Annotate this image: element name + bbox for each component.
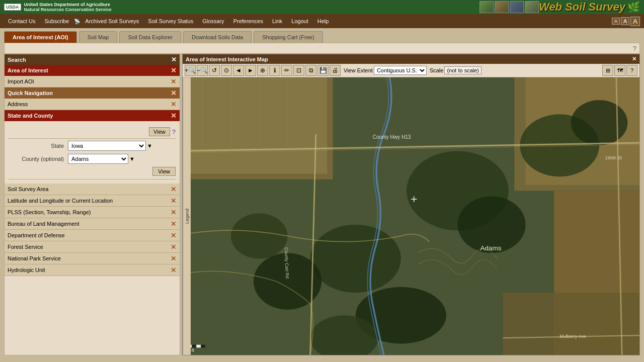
dod-close-icon[interactable]: ✕ [171, 231, 177, 239]
search-close-icon[interactable]: ✕ [171, 56, 177, 63]
thumb4 [525, 1, 539, 13]
view-button-bottom[interactable]: View [152, 167, 176, 176]
rss-icon: 📡 [74, 18, 80, 25]
aoi-close-icon[interactable]: ✕ [171, 66, 177, 74]
nps-label: National Park Service [8, 255, 61, 261]
state-county-header: State and County ✕ [5, 110, 180, 121]
address-close-icon[interactable]: ✕ [171, 100, 177, 108]
draw-btn[interactable]: ✏ [281, 65, 292, 76]
tab-data-explorer[interactable]: Soil Data Explorer [119, 31, 181, 43]
svg-rect-33 [191, 345, 192, 348]
info-btn[interactable]: ℹ [269, 65, 280, 76]
soil-survey-label: Soil Survey Area [8, 186, 48, 192]
nav-status[interactable]: Soil Survey Status [144, 17, 197, 25]
pan-right-btn[interactable]: ► [245, 65, 256, 76]
layers-btn[interactable]: 🗺 [614, 65, 625, 76]
plss-close-icon[interactable]: ✕ [171, 208, 177, 216]
nav-item-dod[interactable]: Department of Defense ✕ [5, 230, 180, 241]
view-extent-label: View Extent [344, 67, 373, 73]
svg-point-13 [231, 213, 288, 258]
map-panel-header: Area of Interest Interactive Map ✕ [183, 54, 639, 64]
soil-survey-close-icon[interactable]: ✕ [171, 185, 177, 193]
map-toolbar: +🔍 −🔍 ↺ ⊙ ◄ ► ⊕ ℹ ✏ ⊡ ⧉ 💾 🖨 View Extent … [183, 64, 639, 77]
wss-branding: Web Soil Survey 🌿 [477, 1, 640, 14]
infobar: ? [4, 43, 640, 54]
select-btn[interactable]: ⊡ [293, 65, 304, 76]
svg-text:Mulberry Ave: Mulberry Ave [559, 334, 586, 339]
state-dropdown-icon: ▼ [147, 143, 152, 149]
quick-nav-label: Quick Navigation [8, 90, 53, 96]
zoom-out-btn[interactable]: −🔍 [197, 65, 208, 76]
state-label: State [9, 143, 64, 149]
agency-name: United States Department of Agriculture [24, 2, 112, 7]
navbar: Contact Us Subscribe 📡 Archived Soil Sur… [0, 14, 644, 28]
aoi-label: Area of Interest [8, 67, 48, 73]
quick-nav-header: Quick Navigation ✕ [5, 87, 180, 99]
nav-item-forest[interactable]: Forest Service ✕ [5, 241, 180, 253]
tab-aoi[interactable]: Area of Interest (AOI) [4, 31, 77, 43]
state-select[interactable]: Iowa [68, 141, 146, 151]
refresh-btn[interactable]: ↺ [209, 65, 220, 76]
svg-point-7 [310, 225, 401, 293]
lat-long-close-icon[interactable]: ✕ [171, 197, 177, 205]
nav-item-plss[interactable]: PLSS (Section, Township, Range) ✕ [5, 207, 180, 218]
tab-download[interactable]: Download Soils Data [183, 31, 252, 43]
nav-item-hydro[interactable]: Hydrologic Unit ✕ [5, 264, 180, 276]
map-close-icon[interactable]: ✕ [632, 56, 636, 62]
save-btn[interactable]: 💾 [317, 65, 329, 76]
font-size-controls: A A A [612, 17, 640, 26]
search-label: Search [8, 57, 26, 63]
nps-close-icon[interactable]: ✕ [171, 254, 177, 262]
nav-logout[interactable]: Logout [287, 17, 312, 25]
state-county-form: View ? State Iowa ▼ County (optional) Ad… [5, 121, 180, 184]
nav-contact-us[interactable]: Contact Us [4, 17, 39, 25]
aoi-section-header: Area of Interest ✕ [5, 65, 180, 76]
copy-btn[interactable]: ⧉ [305, 65, 316, 76]
font-large-btn[interactable]: A [630, 17, 640, 26]
svg-rect-6 [503, 293, 639, 355]
font-small-btn[interactable]: A [612, 18, 620, 25]
infobar-help-icon[interactable]: ? [633, 45, 636, 52]
nav-item-lat-long[interactable]: Latitude and Longitude or Current Locati… [5, 195, 180, 207]
svg-point-10 [571, 100, 628, 145]
address-item[interactable]: Address ✕ [5, 99, 180, 110]
print-btn[interactable]: 🖨 [330, 65, 341, 76]
map-help-btn[interactable]: ? [626, 65, 637, 76]
import-aoi-item[interactable]: Import AOI ✕ [5, 76, 180, 87]
nav-item-soil-survey[interactable]: Soil Survey Area ✕ [5, 184, 180, 195]
map-area[interactable]: County Hwy H13 190th St County Cart Rd M… [191, 77, 639, 355]
nav-subscribe[interactable]: Subscribe [40, 17, 73, 25]
county-select[interactable]: Adams [68, 154, 128, 164]
state-county-close-icon[interactable]: ✕ [171, 112, 177, 120]
nav-item-nps[interactable]: National Park Service ✕ [5, 253, 180, 264]
tab-soil-map[interactable]: Soil Map [79, 31, 118, 43]
nav-link[interactable]: Link [268, 17, 286, 25]
pan-left-btn[interactable]: ◄ [233, 65, 244, 76]
tab-cart[interactable]: Shopping Cart (Free) [254, 31, 323, 43]
font-medium-btn[interactable]: A [621, 17, 629, 25]
svg-text:500 ft: 500 ft [191, 348, 194, 353]
hydro-close-icon[interactable]: ✕ [171, 266, 177, 274]
zoom-in-btn[interactable]: +🔍 [185, 65, 196, 76]
nav-glossary[interactable]: Glossary [198, 17, 228, 25]
usda-logo: USDA [4, 4, 21, 11]
nav-preferences[interactable]: Preferences [229, 17, 267, 25]
nav-archived[interactable]: Archived Soil Surveys [81, 17, 143, 25]
grid-view-btn[interactable]: ⊞ [602, 65, 613, 76]
svg-rect-35 [196, 345, 201, 348]
header: USDA United States Department of Agricul… [0, 0, 644, 14]
svg-rect-34 [192, 345, 196, 348]
nav-help[interactable]: Help [313, 17, 333, 25]
scale-label: Scale [430, 67, 444, 73]
quick-nav-close-icon[interactable]: ✕ [171, 89, 177, 97]
target-btn[interactable]: ⊙ [221, 65, 232, 76]
blm-close-icon[interactable]: ✕ [171, 220, 177, 228]
add-btn[interactable]: ⊕ [257, 65, 268, 76]
thumb1 [479, 1, 494, 13]
view-extent-select[interactable]: Contiguous U.S. [374, 66, 427, 75]
forest-close-icon[interactable]: ✕ [171, 243, 177, 251]
nav-item-blm[interactable]: Bureau of Land Management ✕ [5, 218, 180, 230]
view-button-top[interactable]: View [149, 127, 170, 136]
import-aoi-close-icon[interactable]: ✕ [171, 77, 177, 85]
form-help-icon[interactable]: ? [172, 128, 176, 136]
